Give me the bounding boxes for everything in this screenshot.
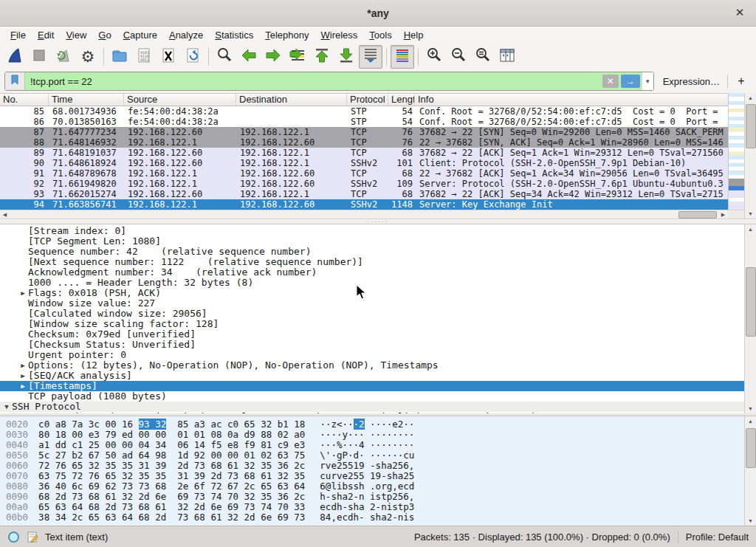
- scroll-right-icon[interactable]: ▶: [718, 210, 728, 219]
- detail-row[interactable]: [Window size scaling factor: 128]: [0, 319, 744, 329]
- scroll-down-icon[interactable]: ▼: [745, 209, 756, 219]
- auto-scroll-button[interactable]: [359, 45, 382, 69]
- hex-row[interactable]: 00505c 27 b2 67 50 ad 64 98 1d 92 00 00 …: [6, 450, 744, 461]
- start-capture-button[interactable]: [3, 45, 27, 69]
- detail-row[interactable]: 1000 .... = Header Length: 32 bytes (8): [0, 278, 744, 288]
- detail-row[interactable]: ▼SSH Protocol: [0, 402, 744, 412]
- detail-row[interactable]: [Calculated window size: 29056]: [0, 309, 744, 319]
- menu-go[interactable]: Go: [92, 28, 117, 42]
- packet-list-vscrollbar[interactable]: ▲ ▼: [744, 93, 756, 219]
- expert-info-button[interactable]: [7, 531, 20, 543]
- details-vscrollbar[interactable]: ▲ ▼: [744, 224, 756, 413]
- scroll-down-icon[interactable]: ▼: [745, 516, 756, 526]
- zoom-normal-button[interactable]: [471, 45, 495, 69]
- filter-apply-button[interactable]: →: [621, 75, 640, 88]
- capture-options-button[interactable]: ⚙: [76, 45, 100, 69]
- menu-wireless[interactable]: Wireless: [315, 28, 364, 42]
- status-profile[interactable]: Profile: Default: [686, 531, 749, 543]
- find-packet-button[interactable]: [213, 45, 236, 69]
- hex-row[interactable]: 00a065 63 64 68 2d 73 68 61 32 2d 6e 69 …: [6, 502, 744, 512]
- go-first-packet-button[interactable]: [310, 45, 334, 69]
- display-filter-input[interactable]: !tcp.port == 22: [25, 72, 602, 90]
- save-file-button[interactable]: 010101100011: [132, 45, 156, 69]
- detail-row[interactable]: ▶[Timestamps]: [0, 381, 744, 391]
- close-file-button[interactable]: [157, 45, 180, 69]
- capture-comment-button[interactable]: [27, 531, 38, 543]
- scrollbar-thumb[interactable]: [746, 267, 756, 337]
- detail-row[interactable]: ▶Options: (12 bytes), No-Operation (NOP)…: [0, 360, 744, 371]
- packet-row[interactable]: 8971.648191037192.168.122.60192.168.122.…: [0, 148, 728, 158]
- go-forward-button[interactable]: [261, 45, 285, 69]
- resize-columns-button[interactable]: [495, 45, 519, 69]
- hex-row[interactable]: 003080 18 00 e3 79 ed 00 00 01 01 08 0a …: [6, 430, 744, 440]
- expression-button[interactable]: Expression…: [663, 76, 720, 87]
- column-header-time[interactable]: Time: [49, 94, 124, 106]
- scroll-up-icon[interactable]: ▲: [745, 224, 756, 234]
- detail-row[interactable]: [Checksum Status: Unverified]: [0, 340, 744, 350]
- menu-statistics[interactable]: Statistics: [209, 28, 259, 42]
- title-bar[interactable]: *any ✕: [0, 0, 756, 27]
- hex-row[interactable]: 008036 40 6c 69 62 73 73 68 2e 6f 72 67 …: [6, 481, 744, 492]
- menu-analyze[interactable]: Analyze: [163, 28, 209, 42]
- expander-closed-icon[interactable]: ▶: [18, 360, 28, 371]
- open-file-button[interactable]: [108, 45, 131, 69]
- expander-closed-icon[interactable]: ▶: [18, 288, 28, 298]
- hex-vscrollbar[interactable]: ▲ ▼: [744, 416, 756, 526]
- menu-tools[interactable]: Tools: [363, 28, 397, 42]
- column-header-length[interactable]: Length: [388, 94, 415, 106]
- detail-row[interactable]: ▶Flags: 0x018 (PSH, ACK): [0, 288, 744, 298]
- column-header-destination[interactable]: Destination: [236, 94, 347, 106]
- expander-closed-icon[interactable]: ▶: [18, 371, 28, 381]
- detail-row[interactable]: Sequence number: 42 (relative sequence n…: [0, 247, 744, 257]
- hex-row[interactable]: 00b038 34 2c 65 63 64 68 2d 73 68 61 32 …: [6, 512, 744, 523]
- filter-clear-button[interactable]: ✕: [602, 75, 619, 88]
- packet-row[interactable]: 8871.648146932192.168.122.1192.168.122.6…: [0, 137, 728, 148]
- expander-open-icon[interactable]: ▼: [1, 402, 12, 412]
- detail-row[interactable]: Window size value: 227: [0, 298, 744, 309]
- detail-row[interactable]: ▶[SEQ/ACK analysis]: [0, 371, 744, 381]
- packet-row[interactable]: 8670.013850163fe:54:00:d4:38:2aSTP54Conf…: [0, 117, 728, 127]
- detail-row[interactable]: TCP payload (1080 bytes): [0, 391, 744, 402]
- add-filter-button[interactable]: +: [735, 75, 747, 88]
- menu-file[interactable]: File: [4, 28, 32, 42]
- detail-row[interactable]: [Next sequence number: 1122 (relative se…: [0, 257, 744, 267]
- scroll-up-icon[interactable]: ▲: [745, 416, 756, 426]
- scrollbar-thumb[interactable]: [678, 211, 717, 219]
- packet-row[interactable]: 9071.648618924192.168.122.60192.168.122.…: [0, 158, 728, 168]
- expander-closed-icon[interactable]: ▶: [18, 381, 28, 391]
- filter-history-dropdown[interactable]: ▼: [642, 72, 653, 90]
- packet-row[interactable]: 9271.661949820192.168.122.1192.168.122.6…: [0, 179, 728, 189]
- scrollbar-thumb[interactable]: [746, 428, 756, 468]
- restart-capture-button[interactable]: [52, 45, 75, 69]
- scroll-up-icon[interactable]: ▲: [745, 93, 756, 103]
- hex-row[interactable]: 009068 2d 73 68 61 32 2d 6e 69 73 74 70 …: [6, 492, 744, 502]
- hex-row[interactable]: 006072 76 65 32 35 35 31 39 2d 73 68 61 …: [6, 461, 744, 471]
- detail-row[interactable]: Checksum: 0x79ed [unverified]: [0, 329, 744, 340]
- stop-capture-button[interactable]: [27, 45, 51, 69]
- zoom-out-button[interactable]: [447, 45, 470, 69]
- column-header-no[interactable]: No.: [0, 94, 49, 106]
- menu-view[interactable]: View: [60, 28, 92, 42]
- detail-row[interactable]: [Stream index: 0]: [0, 226, 744, 236]
- scroll-left-icon[interactable]: ◀: [0, 210, 10, 219]
- menu-capture[interactable]: Capture: [117, 28, 163, 42]
- reload-file-button[interactable]: [181, 45, 205, 69]
- packet-row[interactable]: 8568.001734936fe:54:00:d4:38:2aSTP54Conf…: [0, 106, 728, 117]
- colorize-button[interactable]: [391, 45, 414, 69]
- detail-row[interactable]: Acknowledgment number: 34 (relative ack …: [0, 267, 744, 278]
- intelligent-scrollbar[interactable]: [728, 93, 744, 210]
- packet-row[interactable]: 9171.648789678192.168.122.1192.168.122.6…: [0, 168, 728, 179]
- go-back-button[interactable]: [237, 45, 261, 69]
- detail-row[interactable]: Urgent pointer: 0: [0, 350, 744, 360]
- go-to-packet-button[interactable]: [286, 45, 309, 69]
- packet-row[interactable]: 8771.647777234192.168.122.60192.168.122.…: [0, 127, 728, 137]
- menu-help[interactable]: Help: [398, 28, 430, 42]
- menu-telephony[interactable]: Telephony: [259, 28, 315, 42]
- scroll-down-icon[interactable]: ▼: [745, 404, 756, 413]
- column-header-source[interactable]: Source: [124, 94, 236, 106]
- hex-row[interactable]: 0020c0 a8 7a 3c 00 16 93 32 85 a3 ac c0 …: [6, 419, 744, 430]
- packet-row[interactable]: 9471.663856741192.168.122.1192.168.122.6…: [0, 199, 728, 210]
- hex-row[interactable]: 0040a1 dd c1 25 00 00 04 34 06 14 f5 e8 …: [6, 440, 744, 450]
- pane-splitter[interactable]: ······: [0, 219, 756, 224]
- scrollbar-thumb[interactable]: [746, 104, 756, 148]
